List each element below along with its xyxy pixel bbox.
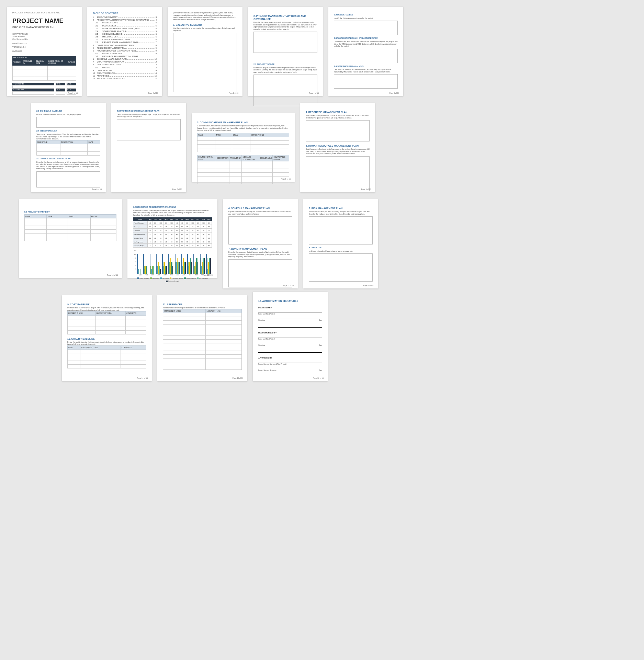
comm-table-1: NAMETITLEEMAILOFFICE PHONE [197,133,289,152]
appendix-table: ATTACHMENT NAMELOCATION / LINK [163,309,242,370]
quality-table: ITEMACCEPTABLE LEVELCOMMENTS [67,345,146,369]
page-2-toc: TABLE OF CONTENTS 1.EXECUTIVE SUMMARY32.… [87,7,162,96]
toc-list: 1.EXECUTIVE SUMMARY32.PROJECT MANAGEMENT… [93,16,157,80]
page-7: 2.8 PROJECT SCOPE MANAGEMENT PLAN Detail… [111,103,186,192]
page-16: 12. AUTHORIZATION SIGNATURES PREPARED BY… [253,292,328,381]
page-15: 11. APPENDICES Attach or link to separat… [157,295,247,381]
page-3: [Template provides a basic outline for a… [168,7,242,96]
comm-table-2: COMMUNICATION TYPEDESCRIPTIONFREQUENCYME… [197,155,289,184]
page-11-chart: 5.2 RESOURCE REQUIREMENT CALENDAR A reso… [127,199,217,278]
page-14: 9. COST BASELINE Detail the cost baselin… [62,295,152,381]
page-12: 6. SCHEDULE MANAGEMENT PLAN Explain meth… [223,199,298,288]
company-meta: COMPANY NAME Street Address City, State … [12,33,76,53]
version-history-title: VERSION HISTORY [12,56,76,59]
cost-table: PROJECT PHASEBUDGETED TOTALCOMMENTS [67,311,146,334]
page-6: 2.5 SCHEDULE BASELINE Provide schedule b… [31,103,106,192]
page-4: 2. PROJECT MANAGEMENT APPROACH AND GOVER… [248,7,323,96]
page-1: PROJECT MANAGEMENT PLAN TEMPLATE PROJECT… [7,7,82,96]
resource-table: ROLEJANFEBMARAPRMAYJUNJULAUGSEPOCTNOVDEC… [133,217,212,248]
project-title: PROJECT NAME [12,17,76,25]
milestone-table: MILESTONEDESCRIPTIONDATE [36,140,100,156]
staff-table: NAMETITLEEMAILPHONE [24,214,116,241]
page-8: 3. COMMUNICATIONS MANAGEMENT PLAN A comm… [192,113,295,182]
toc-title: TABLE OF CONTENTS [93,12,157,15]
resource-chart: 120100806040200 JANFEBMARAPRMAYJUNJULAUG… [133,250,212,282]
version-history-table: VERSION APPROVED BY REVISION DATE DESCRI… [12,59,76,81]
doc-tag: PROJECT MANAGEMENT PLAN TEMPLATE [12,12,76,14]
page-number: Page 1 of 16 [68,92,78,94]
approval-block: PREPARED BY APPROVED BY TITLE TITLE DATE… [12,83,76,95]
project-subtitle: PROJECT MANAGEMENT PLAN [12,26,76,29]
page-10: 5.1 PROJECT STAFF LIST NAMETITLEEMAILPHO… [19,199,122,278]
page-13: 8. RISK MANAGEMENT PLAN Briefly describe… [303,199,378,288]
page-5: 2.2 DELIVERABLES Identify the deliverabl… [328,7,403,96]
 [173,33,237,92]
page-9: 4. RESOURCE MANAGEMENT PLAN Procurement … [300,103,375,192]
